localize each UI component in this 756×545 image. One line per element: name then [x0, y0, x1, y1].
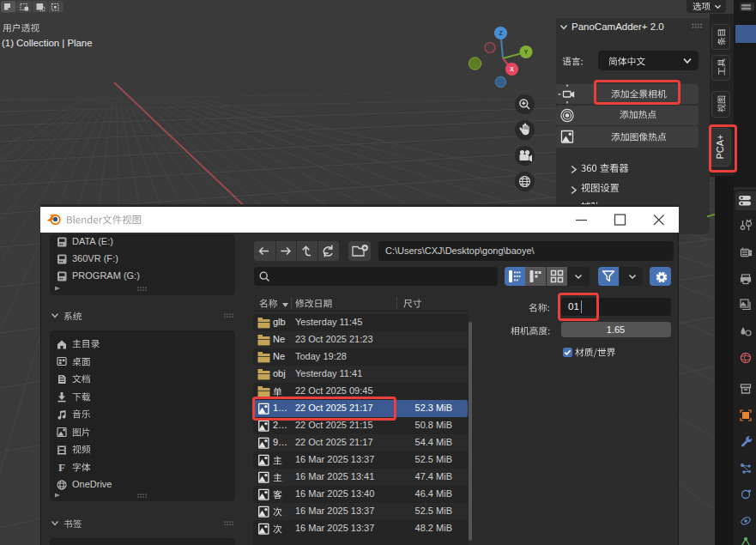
svg-text:X: X: [510, 66, 514, 72]
svg-text:Y: Y: [524, 49, 529, 55]
svg-text:F: F: [58, 461, 65, 473]
svg-text:Z: Z: [499, 30, 502, 36]
